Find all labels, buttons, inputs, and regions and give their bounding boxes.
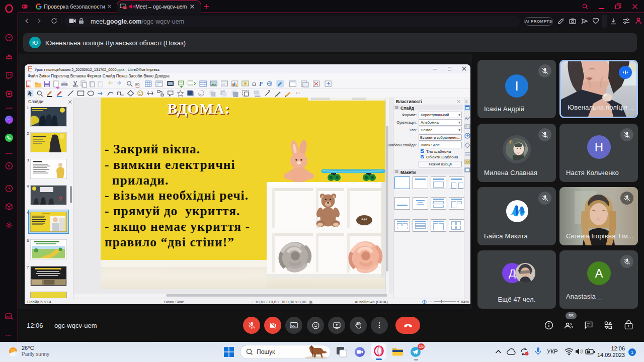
svg-text:F: F: [259, 80, 263, 87]
svg-text:Ω: Ω: [252, 81, 256, 87]
svg-text:ab: ab: [135, 82, 140, 86]
svg-text:CC: CC: [291, 324, 296, 327]
svg-text:?: ?: [58, 196, 62, 203]
svg-text:A: A: [465, 116, 468, 121]
